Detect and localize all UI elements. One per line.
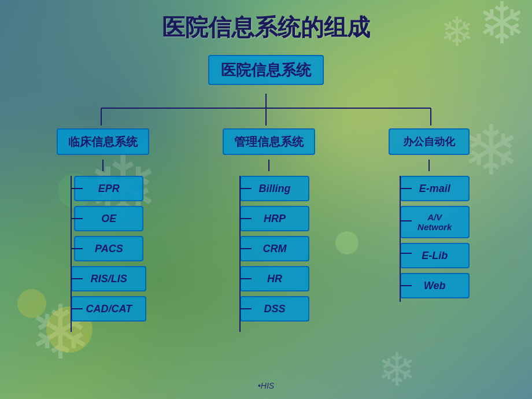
category-management: 管理信息系统 (223, 128, 315, 155)
main-branches: 临床信息系统 EPR OE (12, 128, 520, 322)
category-clinical: 临床信息系统 (57, 128, 149, 155)
office-items: E-mail A/VNetwork E-Lib Web (389, 176, 470, 298)
mgmt-connector (223, 160, 315, 171)
mgmt-item-lines (228, 176, 321, 354)
level1-row: 医院信息系统 (208, 55, 324, 94)
slide-container: 医院信息系统的组成 医院信息系统 临床信息系统 (0, 0, 532, 399)
main-node: 医院信息系统 (208, 55, 324, 85)
category-office: 办公自动化 (389, 128, 470, 155)
connector-lines-top (12, 94, 520, 128)
office-connector (383, 160, 475, 171)
office-branch: 办公自动化 E-mail A/VNetwork E-Lib Web (383, 128, 475, 298)
management-items: Billing HRP CRM HR DSS (228, 176, 309, 322)
clinical-branch: 临床信息系统 EPR OE (57, 128, 149, 322)
footer-his: •HIS (258, 381, 274, 390)
page-title: 医院信息系统的组成 (162, 12, 370, 43)
clinical-connector (57, 160, 149, 171)
clinical-items: EPR OE PACS RIS/LIS CAD/CAT (60, 176, 146, 322)
management-branch: 管理信息系统 Billing HRP CRM HR DSS (223, 128, 315, 322)
office-item-lines (389, 176, 481, 324)
clinical-item-lines (60, 176, 152, 354)
